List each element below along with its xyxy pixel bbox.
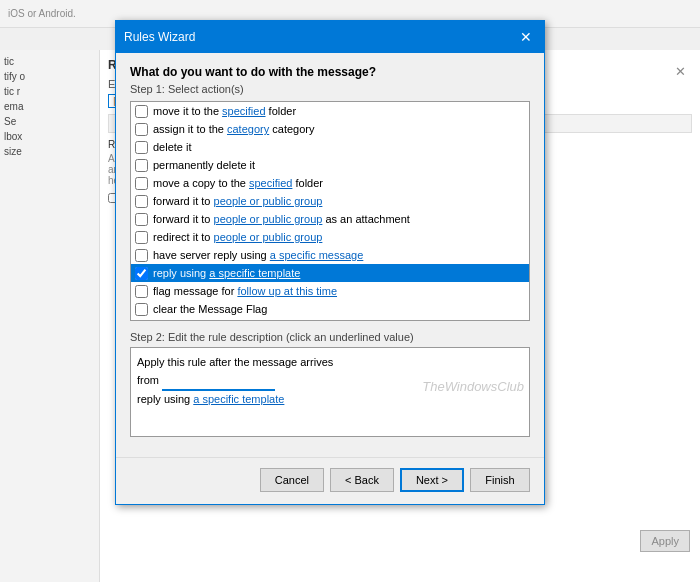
action-list-item[interactable]: clear message's categories	[131, 318, 529, 321]
action-list-item[interactable]: redirect it to people or public group	[131, 228, 529, 246]
dialog-question: What do you want to do with the message?	[130, 65, 530, 79]
action-list-item[interactable]: have server reply using a specific messa…	[131, 246, 529, 264]
action-checkbox[interactable]	[135, 177, 148, 190]
action-list-item[interactable]: forward it to people or public group as …	[131, 210, 529, 228]
finish-button[interactable]: Finish	[470, 468, 530, 492]
action-item-text: delete it	[153, 141, 192, 153]
action-item-link[interactable]: people or public group	[214, 195, 323, 207]
action-checkbox[interactable]	[135, 123, 148, 136]
action-list-item[interactable]: reply using a specific template	[131, 264, 529, 282]
action-checkbox[interactable]	[135, 303, 148, 316]
action-list-item[interactable]: clear the Message Flag	[131, 300, 529, 318]
action-checkbox[interactable]	[135, 249, 148, 262]
action-item-text: reply using a specific template	[153, 267, 300, 279]
desc-line-1: Apply this rule after the message arrive…	[137, 354, 523, 372]
action-item-link[interactable]: people or public group	[214, 231, 323, 243]
bg-apply-button[interactable]: Apply	[640, 530, 690, 552]
dialog-button-row: Cancel < Back Next > Finish	[116, 457, 544, 504]
action-checkbox[interactable]	[135, 105, 148, 118]
action-item-link[interactable]: a specific message	[270, 249, 364, 261]
action-item-text: assign it to the category category	[153, 123, 314, 135]
desc-line-2: from	[137, 372, 523, 392]
bg-sidebar-size: size	[4, 146, 95, 157]
action-list-item[interactable]: forward it to people or public group	[131, 192, 529, 210]
bg-sidebar: tic tify o tic r ema Se lbox size	[0, 50, 100, 582]
action-checkbox[interactable]	[135, 159, 148, 172]
action-checkbox[interactable]	[135, 213, 148, 226]
action-checkbox[interactable]	[135, 141, 148, 154]
dialog-step2-label: Step 2: Edit the rule description (click…	[130, 331, 530, 343]
bg-sidebar-se: Se	[4, 116, 95, 127]
back-button[interactable]: < Back	[330, 468, 394, 492]
dialog-close-button[interactable]: ✕	[516, 27, 536, 47]
action-checkbox[interactable]	[135, 285, 148, 298]
cancel-button[interactable]: Cancel	[260, 468, 324, 492]
action-item-text: move a copy to the specified folder	[153, 177, 323, 189]
dialog-step1-label: Step 1: Select action(s)	[130, 83, 530, 95]
action-item-text: clear the Message Flag	[153, 303, 267, 315]
action-item-link[interactable]: follow up at this time	[237, 285, 337, 297]
action-item-text: permanently delete it	[153, 159, 255, 171]
action-list-item[interactable]: move a copy to the specified folder	[131, 174, 529, 192]
action-list-item[interactable]: permanently delete it	[131, 156, 529, 174]
action-item-text: have server reply using a specific messa…	[153, 249, 363, 261]
action-list-item[interactable]: move it to the specified folder	[131, 102, 529, 120]
rule-description-box: Apply this rule after the message arrive…	[130, 347, 530, 437]
bg-toolbar-text: iOS or Android.	[8, 8, 76, 19]
dialog-titlebar: Rules Wizard ✕	[116, 21, 544, 53]
rules-wizard-dialog: Rules Wizard ✕ What do you want to do wi…	[115, 20, 545, 505]
bg-close-x[interactable]: ✕	[675, 64, 686, 79]
action-list-item[interactable]: flag message for follow up at this time	[131, 282, 529, 300]
action-checkbox[interactable]	[135, 321, 148, 322]
action-item-link[interactable]: people or public group	[214, 213, 323, 225]
action-item-text: flag message for follow up at this time	[153, 285, 337, 297]
bg-sidebar-tify: tify o	[4, 71, 95, 82]
action-item-link[interactable]: category	[227, 123, 269, 135]
action-checkbox[interactable]	[135, 195, 148, 208]
action-checkbox[interactable]	[135, 231, 148, 244]
action-item-text: forward it to people or public group as …	[153, 213, 410, 225]
bg-sidebar-lbox: lbox	[4, 131, 95, 142]
action-list-wrapper: move it to the specified folderassign it…	[130, 101, 530, 321]
desc-template-link[interactable]: a specific template	[193, 393, 284, 405]
dialog-title: Rules Wizard	[124, 30, 195, 44]
action-checkbox[interactable]	[135, 267, 148, 280]
action-item-text: forward it to people or public group	[153, 195, 322, 207]
action-checkbox-list[interactable]: move it to the specified folderassign it…	[130, 101, 530, 321]
action-item-link[interactable]: a specific template	[209, 267, 300, 279]
action-item-text: redirect it to people or public group	[153, 231, 322, 243]
bg-sidebar-ema: ema	[4, 101, 95, 112]
dialog-body: What do you want to do with the message?…	[116, 53, 544, 449]
action-list-item[interactable]: assign it to the category category	[131, 120, 529, 138]
action-item-text: move it to the specified folder	[153, 105, 296, 117]
bg-sidebar-tic: tic	[4, 56, 95, 67]
bg-sidebar-tic2: tic r	[4, 86, 95, 97]
action-list-item[interactable]: delete it	[131, 138, 529, 156]
next-button[interactable]: Next >	[400, 468, 464, 492]
action-item-link[interactable]: specified	[222, 105, 265, 117]
action-item-link[interactable]: specified	[249, 177, 292, 189]
desc-from-value[interactable]	[162, 372, 275, 392]
desc-line-3: reply using a specific template	[137, 391, 523, 409]
